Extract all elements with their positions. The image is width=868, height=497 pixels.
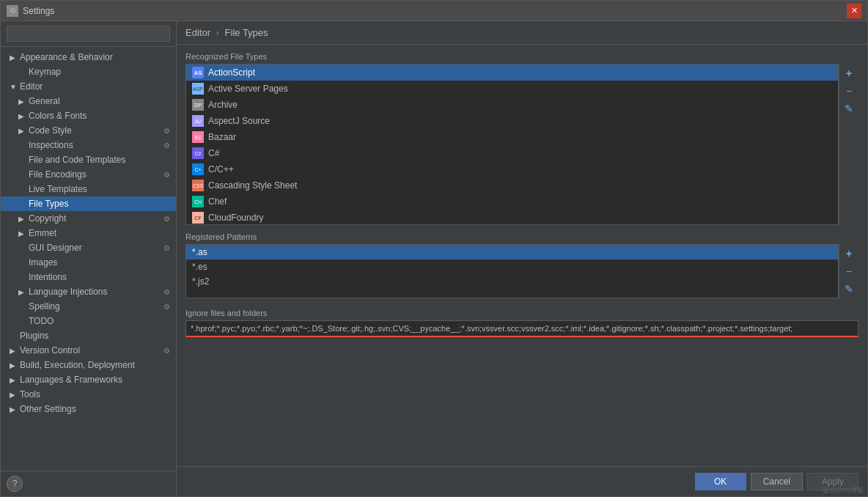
file-type-icon: AJ [192, 115, 204, 127]
sidebar-item-label: File Types [29, 199, 68, 209]
remove-file-type-button[interactable]: − [841, 83, 857, 99]
arrow-icon: ▶ [18, 288, 26, 296]
sidebar-item-emmet[interactable]: ▶ Emmet [1, 226, 176, 240]
arrow-icon: ▶ [18, 215, 26, 223]
sidebar-item-label: Build, Execution, Deployment [20, 360, 135, 370]
sidebar-item-intentions[interactable]: Intentions [1, 270, 176, 284]
sidebar-item-tools[interactable]: ▶ Tools [1, 387, 176, 402]
arrow-icon: ▶ [10, 361, 17, 369]
sidebar-item-spelling[interactable]: Spelling ⚙ [1, 299, 176, 314]
window-icon: ⚙ [7, 5, 18, 17]
ignore-label: Ignore files and folders [185, 309, 858, 317]
sidebar-item-plugins[interactable]: Plugins [1, 328, 176, 343]
arrow-icon: ▶ [18, 112, 26, 120]
add-file-type-button[interactable]: + [841, 65, 857, 81]
list-item[interactable]: BZ Bazaar [186, 129, 838, 145]
patterns-list-container: *.as *.es *.js2 + − ✎ [185, 244, 858, 298]
ignore-section: Ignore files and folders [185, 309, 858, 337]
sidebar-item-label: File and Code Templates [29, 155, 126, 165]
sidebar-item-keymap[interactable]: Keymap [1, 65, 176, 79]
sidebar-item-other-settings[interactable]: ▶ Other Settings [1, 402, 176, 416]
sidebar-item-images[interactable]: Images [1, 255, 176, 270]
file-type-name: Chef [208, 196, 227, 207]
file-type-name: Cascading Style Sheet [208, 180, 297, 191]
file-type-name: Bazaar [208, 132, 236, 142]
sidebar-item-editor[interactable]: ▼ Editor [1, 79, 176, 94]
ignore-input[interactable] [185, 320, 858, 337]
arrow-icon: ▶ [10, 347, 17, 355]
settings-window: ⚙ Settings ✕ ▶ Appearance & Behavior Key… [0, 0, 868, 497]
sidebar-item-version-control[interactable]: ▶ Version Control ⚙ [1, 343, 176, 358]
search-input[interactable] [7, 26, 170, 42]
list-item[interactable]: CF CloudFoundry [186, 210, 838, 225]
list-item[interactable]: CH Chef [186, 194, 838, 210]
recognized-list-container: AS ActionScript ASP Active Server Pages … [185, 64, 858, 225]
sidebar-item-todo[interactable]: TODO [1, 314, 176, 328]
sidebar-item-appearance[interactable]: ▶ Appearance & Behavior [1, 50, 176, 65]
settings-icon: ⚙ [163, 244, 170, 252]
file-type-name: AspectJ Source [208, 116, 270, 126]
sidebar-item-code-style[interactable]: ▶ Code Style ⚙ [1, 123, 176, 138]
sidebar-item-colors-fonts[interactable]: ▶ Colors & Fonts [1, 108, 176, 123]
content-area: Editor › File Types Recognized File Type… [177, 21, 867, 496]
sidebar-item-label: Other Settings [20, 404, 76, 414]
close-button[interactable]: ✕ [847, 4, 861, 18]
help-button[interactable]: ? [7, 476, 23, 492]
sidebar-item-copyright[interactable]: ▶ Copyright ⚙ [1, 211, 176, 226]
sidebar-item-lang-frameworks[interactable]: ▶ Languages & Frameworks [1, 372, 176, 387]
recognized-file-types-label: Recognized File Types [185, 52, 858, 61]
sidebar-item-label: Colors & Fonts [29, 111, 87, 121]
arrow-icon: ▶ [10, 54, 17, 62]
patterns-side-buttons: + − ✎ [839, 244, 858, 298]
sidebar-item-gui-designer[interactable]: GUI Designer ⚙ [1, 240, 176, 255]
pattern-item[interactable]: *.es [186, 259, 838, 274]
sidebar-item-label: General [29, 96, 60, 106]
file-type-icon: BZ [192, 131, 204, 143]
sidebar-item-live-templates[interactable]: Live Templates [1, 182, 176, 196]
sidebar-item-label: Intentions [29, 272, 67, 282]
settings-icon: ⚙ [163, 171, 170, 179]
list-item[interactable]: AJ AspectJ Source [186, 113, 838, 129]
recognized-list: AS ActionScript ASP Active Server Pages … [185, 64, 839, 225]
pattern-item[interactable]: *.as [186, 245, 838, 259]
sidebar-item-label: Plugins [20, 331, 48, 341]
sidebar-item-label: Languages & Frameworks [20, 375, 122, 385]
search-box [1, 21, 176, 47]
sidebar-item-label: Editor [20, 81, 43, 92]
pattern-item[interactable]: *.js2 [186, 274, 838, 289]
registered-patterns-section: Registered Patterns *.as *.es *.js2 + − … [185, 232, 858, 298]
sidebar-item-label: Emmet [29, 228, 56, 238]
add-pattern-button[interactable]: + [841, 246, 857, 262]
sidebar-item-file-code-templates[interactable]: File and Code Templates [1, 152, 176, 167]
sidebar-item-language-injections[interactable]: ▶ Language Injections ⚙ [1, 284, 176, 299]
sidebar-item-label: Spelling [29, 301, 60, 312]
sidebar-item-label: Version Control [20, 345, 80, 356]
edit-file-type-button[interactable]: ✎ [841, 100, 857, 117]
nav-tree: ▶ Appearance & Behavior Keymap ▼ Editor … [1, 47, 176, 471]
ok-button[interactable]: OK [695, 473, 746, 490]
list-item[interactable]: ZIP Archive [186, 97, 838, 113]
sidebar-item-label: Appearance & Behavior [20, 52, 113, 62]
list-item[interactable]: AS ActionScript [186, 65, 838, 81]
settings-icon: ⚙ [163, 347, 170, 355]
edit-pattern-button[interactable]: ✎ [841, 281, 857, 297]
list-item[interactable]: CSS Cascading Style Sheet [186, 177, 838, 194]
cancel-button[interactable]: Cancel [751, 473, 803, 490]
sidebar-item-label: TODO [29, 316, 54, 326]
file-type-icon: ZIP [192, 99, 204, 111]
sidebar-item-general[interactable]: ▶ General [1, 94, 176, 108]
sidebar-item-label: Tools [20, 389, 40, 400]
list-item[interactable]: C# C# [186, 145, 838, 161]
arrow-icon: ▶ [10, 405, 17, 413]
sidebar-item-inspections[interactable]: Inspections ⚙ [1, 138, 176, 152]
sidebar-item-label: Keymap [29, 67, 61, 77]
list-item[interactable]: C+ C/C++ [186, 161, 838, 177]
remove-pattern-button[interactable]: − [841, 263, 857, 279]
sidebar-item-build-exec[interactable]: ▶ Build, Execution, Deployment [1, 358, 176, 372]
list-item[interactable]: ASP Active Server Pages [186, 81, 838, 97]
sidebar-item-file-types[interactable]: File Types [1, 196, 176, 211]
settings-icon: ⚙ [163, 303, 170, 311]
recognized-file-types-section: Recognized File Types AS ActionScript AS… [185, 52, 858, 225]
sidebar-bottom: ? [1, 471, 176, 496]
sidebar-item-file-encodings[interactable]: File Encodings ⚙ [1, 167, 176, 182]
